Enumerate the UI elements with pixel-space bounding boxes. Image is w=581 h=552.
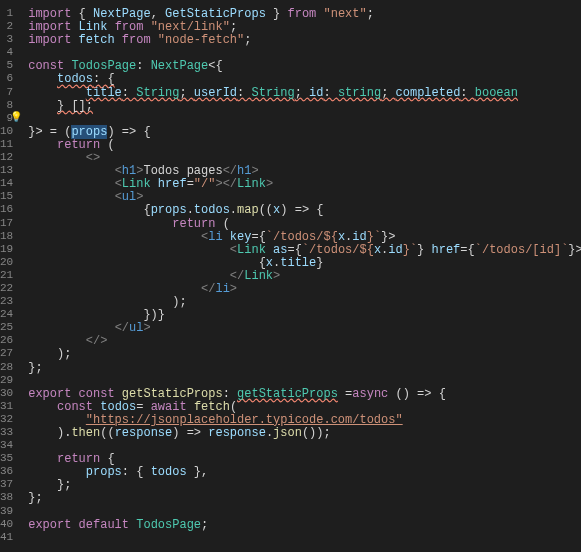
- line-number: 4: [0, 44, 13, 57]
- code-line: );: [28, 345, 581, 358]
- line-number: 34: [0, 437, 13, 450]
- line-number: 24: [0, 306, 13, 319]
- code-line: props: { todos },: [28, 463, 581, 476]
- code-line: import fetch from "node-fetch";: [28, 31, 581, 44]
- line-gutter: 1234567891011121314151617181920212223242…: [0, 0, 23, 552]
- line-number: 28: [0, 359, 13, 372]
- code-line: } [];: [28, 97, 581, 110]
- line-number: 38: [0, 489, 13, 502]
- line-number: 12: [0, 149, 13, 162]
- line-number: 35: [0, 450, 13, 463]
- line-number: 32: [0, 411, 13, 424]
- line-number: 15: [0, 188, 13, 201]
- code-line: return (: [28, 215, 581, 228]
- code-line: <li key={`/todos/${x.id}`}>: [28, 228, 581, 241]
- code-line: import Link from "next/link";: [28, 18, 581, 31]
- code-line: [28, 503, 581, 516]
- line-number: 6: [0, 70, 13, 83]
- line-number: 30: [0, 385, 13, 398]
- line-number: 17: [0, 215, 13, 228]
- code-line: [28, 44, 581, 57]
- line-number: 14: [0, 175, 13, 188]
- line-number: 19: [0, 241, 13, 254]
- code-line: };: [28, 359, 581, 372]
- line-number: 29: [0, 372, 13, 385]
- code-line: {x.title}: [28, 254, 581, 267]
- code-line: "https://jsonplaceholder.typicode.com/to…: [28, 411, 581, 424]
- line-number: 37: [0, 476, 13, 489]
- code-line: </Link>: [28, 267, 581, 280]
- code-line: </ul>: [28, 319, 581, 332]
- line-number: 23: [0, 293, 13, 306]
- code-line: };: [28, 489, 581, 502]
- lightbulb-icon[interactable]: 💡: [10, 110, 22, 125]
- line-number: 18: [0, 228, 13, 241]
- code-line: <Link as={`/todos/${x.id}`} href={`/todo…: [28, 241, 581, 254]
- code-line: };: [28, 476, 581, 489]
- code-line: import { NextPage, GetStaticProps } from…: [28, 5, 581, 18]
- line-number: 21: [0, 267, 13, 280]
- code-line: ).then((response) => response.json());: [28, 424, 581, 437]
- code-line: return {: [28, 450, 581, 463]
- code-line: [28, 372, 581, 385]
- code-editor[interactable]: import { NextPage, GetStaticProps } from…: [23, 0, 581, 552]
- line-number: 7: [0, 84, 13, 97]
- line-number: 2: [0, 18, 13, 31]
- code-line: <ul>: [28, 188, 581, 201]
- line-number: 20: [0, 254, 13, 267]
- code-line: export default TodosPage;: [28, 516, 581, 529]
- code-line: );: [28, 293, 581, 306]
- line-number: 10: [0, 123, 13, 136]
- code-line: [28, 437, 581, 450]
- line-number: 39: [0, 503, 13, 516]
- code-line: <Link href="/"></Link>: [28, 175, 581, 188]
- code-line: todos: {: [28, 70, 581, 83]
- code-line: {props.todos.map((x) => {: [28, 201, 581, 214]
- code-line: title: String; userId: String; id: strin…: [28, 84, 581, 97]
- line-number: 27: [0, 345, 13, 358]
- line-number: 40: [0, 516, 13, 529]
- line-number: 36: [0, 463, 13, 476]
- line-number: 13: [0, 162, 13, 175]
- code-line: 💡: [28, 110, 581, 123]
- code-line: export const getStaticProps: getStaticPr…: [28, 385, 581, 398]
- line-number: 1: [0, 5, 13, 18]
- code-line: <>: [28, 149, 581, 162]
- line-number: 3: [0, 31, 13, 44]
- code-line: const todos= await fetch(: [28, 398, 581, 411]
- line-number: 33: [0, 424, 13, 437]
- code-line: </>: [28, 332, 581, 345]
- line-number: 11: [0, 136, 13, 149]
- line-number: 16: [0, 201, 13, 214]
- code-line: [28, 529, 581, 542]
- line-number: 26: [0, 332, 13, 345]
- line-number: 25: [0, 319, 13, 332]
- code-line: }> = (props) => {: [28, 123, 581, 136]
- code-line: })}: [28, 306, 581, 319]
- code-line: const TodosPage: NextPage<{: [28, 57, 581, 70]
- line-number: 31: [0, 398, 13, 411]
- line-number: 8: [0, 97, 13, 110]
- line-number: 41: [0, 529, 13, 542]
- code-line: <h1>Todos pages</h1>: [28, 162, 581, 175]
- code-line: </li>: [28, 280, 581, 293]
- code-line: return (: [28, 136, 581, 149]
- line-number: 5: [0, 57, 13, 70]
- line-number: 22: [0, 280, 13, 293]
